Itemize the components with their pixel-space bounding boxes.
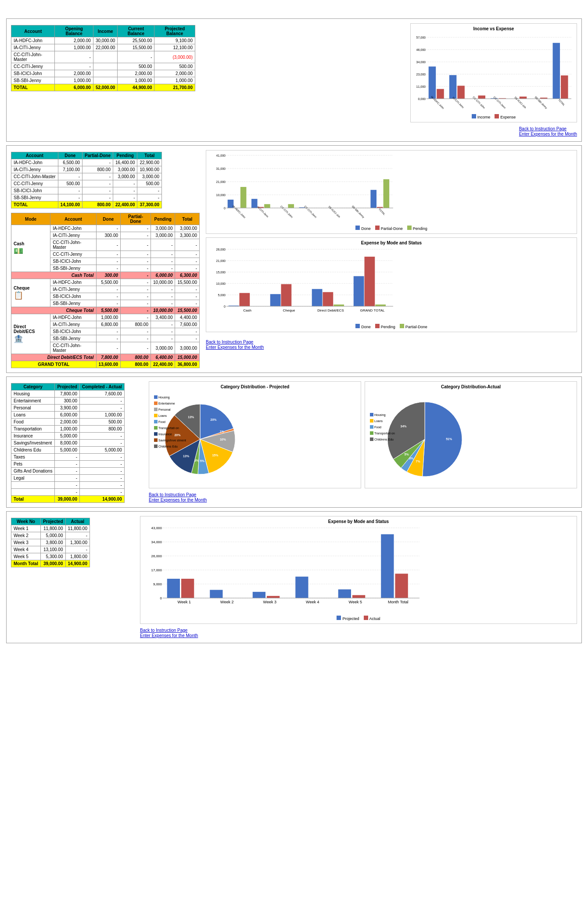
table-row: SB-ICICI-John2,000.002,000.002,000.00 xyxy=(11,70,195,77)
payments-status-chart-box: 010,00021,00031,00041,000IA-HDFC-JohnIA-… xyxy=(206,150,577,234)
svg-rect-16 xyxy=(457,86,465,99)
dh-cat: Category xyxy=(11,383,55,391)
enter-expenses-link-1[interactable]: Enter Expenses for the Month xyxy=(519,132,577,136)
svg-rect-114 xyxy=(154,444,158,448)
svg-rect-153 xyxy=(338,589,351,598)
svg-text:Savings/Inve stment: Savings/Inve stment xyxy=(158,439,186,442)
enter-expenses-link-3[interactable]: Enter Expenses for the Month xyxy=(149,498,577,502)
table-row: Week 25,000.00- xyxy=(11,532,90,539)
table-row: Week 413,100.00- xyxy=(11,546,90,553)
legend-partial-done: Partial-Done xyxy=(375,226,403,231)
table-row: SB-ICICI-John---- xyxy=(11,187,162,194)
legend-done: Done xyxy=(355,226,371,231)
distribution-table-area: Category Projected Completed - Actual Ho… xyxy=(11,381,143,503)
total-row: TOTAL6,000.0052,000.0044,900.0021,700.00 xyxy=(11,84,195,91)
legend-actual: Actual xyxy=(364,616,380,621)
svg-text:GRAND TOTAL: GRAND TOTAL xyxy=(360,308,385,312)
svg-rect-157 xyxy=(395,573,408,598)
wh-actual: Actual xyxy=(65,518,90,525)
svg-rect-104 xyxy=(154,414,158,417)
table-row: Personal3,900.00- xyxy=(11,405,125,412)
svg-rect-85 xyxy=(365,257,375,306)
table-row: Transportation1,000.00800.00 xyxy=(11,426,125,433)
distribution-charts-area: Category Distribution - Projected 20%1%1… xyxy=(149,381,577,503)
svg-rect-86 xyxy=(375,305,386,306)
svg-text:0: 0 xyxy=(224,207,226,210)
svg-rect-146 xyxy=(210,590,222,598)
svg-text:10,000: 10,000 xyxy=(216,282,226,285)
svg-text:Week 4: Week 4 xyxy=(306,600,319,604)
section1-links: Back to Instruction Page Enter Expenses … xyxy=(519,126,577,137)
weekly-chart-area: Expense by Mode and Status 09,00017,0002… xyxy=(140,516,577,638)
svg-text:SB-SBI-Jenny: SB-SBI-Jenny xyxy=(351,205,365,219)
expense-mode-chart-title: Expense by Mode and Status xyxy=(209,240,574,245)
svg-text:Insurance: Insurance xyxy=(158,433,172,436)
svg-text:Direct Debit/ECS: Direct Debit/ECS xyxy=(317,308,344,312)
svg-text:13%: 13% xyxy=(183,455,190,458)
table-row: CC-CITI-Jenny500.00--500.00 xyxy=(11,180,162,187)
back-instruction-link-3[interactable]: Back to Instruction Page xyxy=(149,492,577,497)
svg-text:Food: Food xyxy=(158,420,165,423)
svg-text:10%: 10% xyxy=(220,438,226,441)
section-payments: Account Done Partial-Done Pending Total … xyxy=(6,145,582,373)
section3-links: Back to Instruction Page Enter Expenses … xyxy=(149,492,577,503)
weekly-table-area: Week No Projected Actual Week 111,800.00… xyxy=(11,516,134,638)
table-row: Taxes-- xyxy=(11,454,125,461)
payments-charts-area: 010,00021,00031,00041,000IA-HDFC-JohnIA-… xyxy=(206,150,577,368)
section-distribution: Category Projected Completed - Actual Ho… xyxy=(6,376,582,508)
svg-text:57,000: 57,000 xyxy=(416,36,426,39)
table-row: Cash💵IA-HDFC-John--3,000.003,000.00 xyxy=(11,225,200,232)
table-row: Direct Debit/ECS🏦IA-HDFC-John1,000.00-3,… xyxy=(11,314,200,321)
subtotal-row: Cash Total300.00-6,000.006,300.00 xyxy=(11,272,200,279)
svg-text:9,000: 9,000 xyxy=(153,582,162,586)
ph-total: Total xyxy=(137,152,162,159)
svg-text:5,000: 5,000 xyxy=(218,294,226,297)
svg-text:20%: 20% xyxy=(211,418,217,421)
svg-rect-151 xyxy=(295,577,308,598)
bh-done: Done xyxy=(96,213,121,225)
svg-text:0,000: 0,000 xyxy=(418,97,426,100)
payments-table-area: Account Done Partial-Done Pending Total … xyxy=(11,150,200,368)
table-row: Legal-- xyxy=(11,475,125,482)
enter-expenses-link-2[interactable]: Enter Expenses for the Month xyxy=(206,345,577,350)
table-row: CC-CITI-Jenny-500.00500.00 xyxy=(11,63,195,70)
summary-table-area: Account Opening Balance Income Current B… xyxy=(11,23,195,137)
svg-rect-13 xyxy=(437,89,444,99)
actual-pie-chart: 51%7%3%5%34%HousingLoansFoodTransportati… xyxy=(368,391,482,479)
col-account: Account xyxy=(11,25,55,37)
svg-rect-144 xyxy=(181,579,194,598)
weekly-chart-title: Expense by Mode and Status xyxy=(143,519,574,524)
payments-status-chart: 010,00021,00031,00041,000IA-HDFC-JohnIA-… xyxy=(209,153,398,223)
table-row: Housing7,800.007,600.00 xyxy=(11,391,125,398)
back-instruction-link-1[interactable]: Back to Instruction Page xyxy=(519,126,577,131)
section-weekly: Week No Projected Actual Week 111,800.00… xyxy=(6,511,582,643)
svg-rect-47 xyxy=(251,199,258,208)
svg-text:Transportati on: Transportati on xyxy=(158,426,179,430)
svg-rect-81 xyxy=(323,292,333,306)
legend-partial2: Partial-Done xyxy=(400,324,427,329)
svg-text:26,000: 26,000 xyxy=(151,554,162,558)
svg-text:Week 5: Week 5 xyxy=(349,600,362,604)
svg-text:Childrens Edu: Childrens Edu xyxy=(374,438,394,441)
weekly-table: Week No Projected Actual Week 111,800.00… xyxy=(11,518,90,567)
projected-pie-box: Category Distribution - Projected 20%1%1… xyxy=(149,381,361,488)
svg-text:11,000: 11,000 xyxy=(416,85,426,88)
svg-rect-80 xyxy=(312,289,323,306)
svg-text:31,000: 31,000 xyxy=(216,167,226,170)
enter-expenses-link-4[interactable]: Enter Expenses for the Month xyxy=(140,633,577,638)
subtotal-row: Cheque Total5,500.00-10,000.0015,500.00 xyxy=(11,307,200,314)
summary-chart-area: Income vs Expense 0,00011,00023,00034,00… xyxy=(201,23,577,137)
back-instruction-link-2[interactable]: Back to Instruction Page xyxy=(206,340,577,344)
svg-rect-110 xyxy=(154,432,158,436)
svg-rect-112 xyxy=(154,438,158,442)
svg-text:34,000: 34,000 xyxy=(151,540,162,544)
total-row: TOTAL14,100.00800.0022,400.0037,300.00 xyxy=(11,201,162,208)
legend-done2: Done xyxy=(355,324,371,329)
svg-rect-154 xyxy=(352,595,365,598)
svg-text:Transportati on: Transportati on xyxy=(374,432,395,435)
svg-rect-127 xyxy=(370,431,373,435)
svg-text:0: 0 xyxy=(224,305,226,308)
back-instruction-link-4[interactable]: Back to Instruction Page xyxy=(140,628,577,633)
summary-table: Account Opening Balance Income Current B… xyxy=(11,25,195,91)
svg-rect-129 xyxy=(370,437,373,441)
